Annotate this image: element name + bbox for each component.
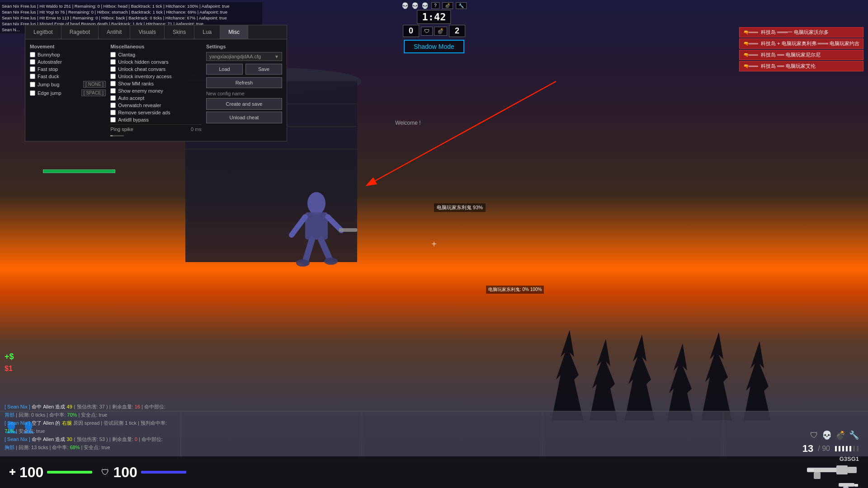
kit-badge: 🔧 [456,2,467,9]
tab-legitbot[interactable]: Legitbot [25,25,61,39]
log-detail-1c: | 回溯: 0 ticks | 命中率: [16,412,67,418]
misc-cheat-convars-label: Unlock cheat convars [118,66,202,72]
misc-inventory-access-checkbox[interactable] [110,74,116,79]
ammo-reserve: / 90 [818,445,830,453]
misc-antidll-checkbox[interactable] [110,117,116,122]
log-text-3: 命中 Allen 造成 [32,436,67,442]
misc-clantag-checkbox[interactable] [110,52,116,57]
t-icon: 💣 [434,27,447,36]
movement-edgejump-row: Edge jump [ SPACE ] [30,89,106,96]
config-file-display: yangxiaojiangdjdAA.cfg ▼ [206,52,282,61]
movement-faststop-checkbox[interactable] [30,66,35,72]
hud-timer: 💀 💀 💀 ? 💣 🔧 1:42 0 🛡 💣 2 [401,2,467,37]
shield-icon-hud: 🛡 [810,431,818,440]
unload-cheat-button[interactable]: Unload cheat [206,112,282,123]
welcome-text: Welcome ! [395,120,420,126]
player-entry-1: 🔫═══ 科技岛 ═══一 电脑玩家沃尔多 [739,27,863,38]
movement-jumpbug-label: Jump bug [38,82,81,87]
svg-rect-19 [339,228,357,232]
ammo-display: 13 / 90 [802,443,859,455]
movement-autostrafer-label: Autostrafer [38,59,106,65]
score-ct: 0 [403,25,419,37]
log-line-3: [ Sean Nix ] 命中 Allen 造成 30 ( 预估伤害: 53 )… [5,436,203,443]
log-detail-1b: | 命中部位: [142,404,165,409]
misc-enemy-money-checkbox[interactable] [110,88,116,94]
misc-hidden-convars-row: Unlock hidden convars [110,59,202,65]
misc-mm-ranks-label: Show MM ranks [118,81,202,86]
log-hp-1: 16 [135,404,140,409]
grenade-icon-hud: 💣 [835,430,845,440]
health-bar-fill [47,471,92,474]
log-limb-2: 右腿 [62,420,72,426]
tab-misc[interactable]: Misc [220,25,248,39]
timer-display: 1:42 [417,10,451,24]
damage-indicator: 电脑玩家东利鬼: 0% 100% [486,286,544,294]
ammo-bars [835,446,859,451]
svg-rect-23 [836,465,848,474]
movement-edgejump-checkbox[interactable] [30,90,35,96]
movement-edgejump-keybind[interactable]: [ SPACE ] [81,89,106,96]
misc-overwatch-label: Overwatch revealer [118,103,202,108]
misc-mm-ranks-checkbox[interactable] [110,81,116,86]
log-dmg-1: 49 [67,404,72,409]
character-svg [271,176,362,267]
movement-bunnyhop-row: Bunnyhop [30,52,106,57]
ammo-bar-1 [835,446,837,451]
shadow-mode-button[interactable]: Shadow Mode [404,40,464,53]
misc-clantag-label: Clantag [118,52,202,57]
svg-point-18 [324,258,338,265]
movement-jumpbug-checkbox[interactable] [30,82,35,87]
movement-jumpbug-keybind[interactable]: [ NONE ] [83,81,106,88]
misc-hidden-convars-checkbox[interactable] [110,59,116,65]
misc-cheat-convars-checkbox[interactable] [110,66,116,72]
log-detail-3: ( 预估伤害: 53 ) | 剩余血量: [74,436,135,442]
movement-faststop-row: Fast stop [30,66,106,72]
movement-bunnyhop-checkbox[interactable] [30,52,35,57]
misc-auto-accept-row: Auto accept [110,95,202,101]
misc-enemy-money-label: Show enemy money [118,88,202,94]
refresh-button[interactable]: Refresh [206,77,282,88]
armor-value: 100 [113,464,137,481]
cheat-panel[interactable]: Legitbot Ragebot Antihit Visuals Skins L… [25,25,287,141]
player-name-2: 科技岛 + 电脑玩家奥利弗 ═══ 电脑玩家约吉 [761,40,859,47]
create-and-save-button[interactable]: Create and save [206,98,282,110]
misc-serverside-ads-checkbox[interactable] [110,110,116,115]
player-list: 🔫═══ 科技岛 ═══一 电脑玩家沃尔多 🔫═══ 科技岛 + 电脑玩家奥利弗… [739,27,863,71]
svg-line-14 [328,217,341,230]
log-body-3: 胸部 [5,445,14,450]
misc-overwatch-checkbox[interactable] [110,103,116,108]
health-icon: ✚ [9,467,16,477]
movement-autostrafer-checkbox[interactable] [30,59,35,65]
enemy-money-display: $1 [5,365,13,373]
tab-lua[interactable]: Lua [194,25,220,39]
load-button[interactable]: Load [206,64,243,75]
movement-edgejump-label: Edge jump [38,90,79,96]
killfeed-line-2: Sean Nix Free.lus | Hit Yogi to 76 | Rem… [2,9,260,15]
misc-mm-ranks-row: Show MM ranks [110,81,202,86]
scoreboard: 0 🛡 💣 2 [403,25,465,37]
save-button[interactable]: Save [245,64,282,75]
misc-enemy-money-row: Show enemy money [110,88,202,94]
pistol-svg [836,481,859,488]
ammo-bar-2 [839,446,840,451]
movement-autostrafer-row: Autostrafer [30,59,106,65]
tab-skins[interactable]: Skins [165,25,194,39]
misc-auto-accept-checkbox[interactable] [110,95,116,101]
new-config-label: New config name [206,91,282,96]
ct-icon: 🛡 [421,27,433,36]
armor-bar-fill [141,471,186,474]
svg-point-11 [307,192,326,215]
movement-fastduck-checkbox[interactable] [30,74,35,79]
movement-fastduck-label: Fast duck [38,74,106,79]
tab-ragebot[interactable]: Ragebot [61,25,99,39]
log-safe-1: | 安全点: true [78,412,107,418]
tab-visuals[interactable]: Visuals [130,25,164,39]
log-safe-3: | 安全点: true [81,445,110,450]
ammo-bar-3 [842,446,844,451]
ammo-bar-6 [853,446,855,451]
log-line-2b: 71% | 安全点: true [5,427,203,435]
killfeed-line-3: Sean Nix Free.lus | Hit Ernie to 113 | R… [2,15,260,21]
tab-antihit[interactable]: Antihit [99,25,130,39]
panel-body: Movement Bunnyhop Autostrafer Fast stop … [25,39,287,141]
log-detail-3b: | 命中部位: [139,436,163,442]
